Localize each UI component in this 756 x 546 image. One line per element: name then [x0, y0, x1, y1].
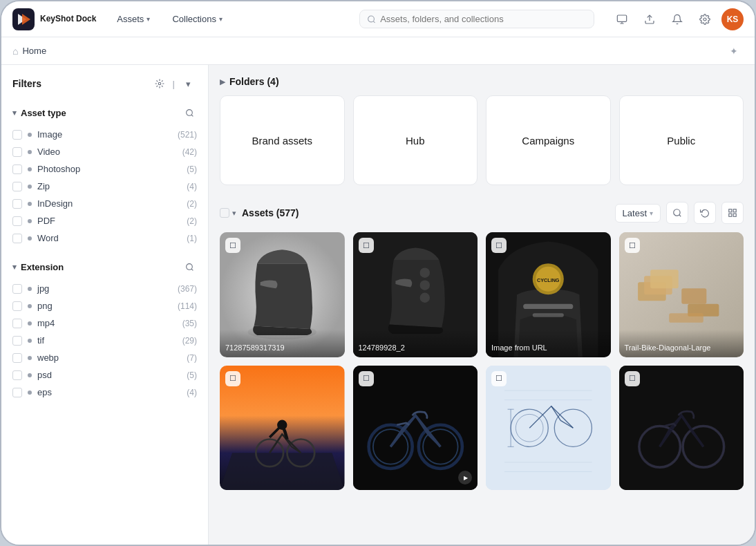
- asset-select-3[interactable]: ☐: [625, 238, 640, 253]
- upload-icon-button[interactable]: [639, 8, 661, 30]
- asset-type-search-button[interactable]: [182, 105, 197, 120]
- asset-card-0[interactable]: ☐ 71287589317319: [220, 232, 345, 357]
- filter-item-photoshop[interactable]: Photoshop (5): [1, 160, 208, 178]
- filter-count-png: (114): [178, 301, 197, 311]
- folders-section-label: Folders (4): [229, 76, 279, 87]
- svg-rect-30: [650, 270, 679, 288]
- svg-rect-14: [733, 214, 736, 216]
- assets-nav-button[interactable]: Assets ▾: [110, 10, 157, 28]
- filter-checkbox-zip[interactable]: [12, 182, 22, 191]
- asset-card-5[interactable]: ☐ ▶: [353, 366, 478, 491]
- extension-section-header[interactable]: ▾ Extension: [1, 254, 208, 280]
- asset-card-1[interactable]: ☐ 124789928_2: [353, 232, 478, 357]
- asset-type-section-header[interactable]: ▾ Asset type: [1, 100, 208, 126]
- svg-point-6: [703, 18, 706, 21]
- svg-point-8: [186, 109, 192, 115]
- upload-icon: [644, 14, 655, 25]
- filter-checkbox-indesign[interactable]: [12, 199, 22, 209]
- filter-item-png[interactable]: png (114): [1, 297, 208, 314]
- filter-item-eps[interactable]: eps (4): [1, 384, 208, 401]
- app-window: KeyShot Dock Assets ▾ Collections ▾: [0, 0, 756, 546]
- gear-icon-button[interactable]: [694, 8, 716, 30]
- assets-section-label: Assets (577): [242, 207, 299, 218]
- filter-dot-psd: [28, 373, 32, 377]
- filter-item-image[interactable]: Image (521): [1, 126, 208, 143]
- home-breadcrumb[interactable]: Home: [22, 46, 46, 56]
- settings-icon: [155, 79, 164, 88]
- filter-checkbox-eps[interactable]: [12, 388, 22, 397]
- bell-icon-button[interactable]: [666, 8, 688, 30]
- folder-card-hub[interactable]: Hub: [353, 95, 478, 185]
- assets-select-all[interactable]: ▾: [220, 208, 236, 218]
- asset-select-6[interactable]: ☐: [491, 371, 507, 386]
- asset-select-0[interactable]: ☐: [225, 238, 240, 253]
- extension-label: Extension: [21, 262, 64, 272]
- filter-checkbox-video[interactable]: [12, 147, 22, 157]
- folder-card-campaigns[interactable]: Campaigns: [486, 95, 611, 185]
- folder-card-public[interactable]: Public: [619, 95, 744, 185]
- monitor-icon-button[interactable]: [611, 8, 633, 30]
- breadcrumb-bar: ⌂ Home ✦: [1, 37, 755, 65]
- filter-count-image: (521): [178, 130, 197, 140]
- asset-card-6[interactable]: ☐: [486, 366, 611, 491]
- extension-collapse-icon: ▾: [12, 263, 17, 272]
- filter-item-jpg[interactable]: jpg (367): [1, 280, 208, 297]
- filter-item-psd[interactable]: psd (5): [1, 366, 208, 384]
- select-all-checkbox[interactable]: [220, 208, 229, 218]
- filter-checkbox-png[interactable]: [12, 301, 22, 311]
- asset-select-5[interactable]: ☐: [359, 371, 374, 386]
- filter-item-video[interactable]: Video (42): [1, 143, 208, 160]
- extension-search-button[interactable]: [182, 259, 197, 274]
- asset-search-button[interactable]: [666, 202, 688, 224]
- filter-item-tif[interactable]: tif (29): [1, 332, 208, 349]
- filter-item-indesign[interactable]: InDesign (2): [1, 195, 208, 212]
- select-all-chevron[interactable]: ▾: [232, 209, 236, 218]
- filter-label-photoshop: Photoshop: [37, 164, 182, 174]
- sort-label: Latest: [623, 208, 647, 218]
- search-input[interactable]: [380, 14, 587, 24]
- filter-checkbox-word[interactable]: [12, 234, 22, 243]
- filter-count-photoshop: (5): [187, 164, 197, 174]
- sort-button[interactable]: Latest ▾: [615, 204, 661, 223]
- filter-dropdown-button[interactable]: ▾: [179, 75, 197, 93]
- svg-rect-4: [617, 15, 626, 21]
- asset-name-3: Trail-Bike-Diagonal-Large: [619, 330, 744, 357]
- asset-card-4[interactable]: ☐: [220, 366, 345, 491]
- filter-item-word[interactable]: Word (1): [1, 229, 208, 247]
- filter-checkbox-mp4[interactable]: [12, 319, 22, 328]
- filter-count-pdf: (2): [187, 216, 197, 226]
- svg-rect-26: [533, 313, 564, 317]
- filter-dot-word: [28, 236, 32, 241]
- user-avatar[interactable]: KS: [721, 8, 744, 30]
- asset-card-2[interactable]: CYCLING ☐ Image from URL: [486, 232, 611, 357]
- filter-checkbox-psd[interactable]: [12, 370, 22, 380]
- asset-select-2[interactable]: ☐: [491, 238, 507, 253]
- filter-dot-tif: [28, 339, 32, 343]
- filter-checkbox-photoshop[interactable]: [12, 164, 22, 174]
- filter-settings-button[interactable]: [151, 75, 169, 93]
- filter-dot-video: [28, 150, 32, 154]
- filter-checkbox-pdf[interactable]: [12, 216, 22, 226]
- grid-view-button[interactable]: [721, 202, 744, 224]
- filter-checkbox-tif[interactable]: [12, 336, 22, 346]
- asset-card-3[interactable]: ☐ Trail-Bike-Diagonal-Large: [619, 232, 744, 357]
- svg-point-9: [186, 263, 192, 270]
- main-content: ▶ Folders (4) Brand assets Hub Campaigns…: [209, 65, 755, 545]
- filter-item-zip[interactable]: Zip (4): [1, 178, 208, 195]
- folders-collapse-icon[interactable]: ▶: [220, 77, 225, 86]
- sparkle-button[interactable]: ✦: [724, 41, 744, 61]
- collections-nav-button[interactable]: Collections ▾: [165, 10, 229, 28]
- asset-card-7[interactable]: ☐: [619, 366, 744, 491]
- asset-select-7[interactable]: ☐: [625, 371, 640, 386]
- search-bar[interactable]: [359, 10, 594, 28]
- filter-checkbox-image[interactable]: [12, 130, 22, 140]
- refresh-button[interactable]: [694, 202, 716, 224]
- asset-select-1[interactable]: ☐: [359, 238, 374, 253]
- filter-checkbox-webp[interactable]: [12, 353, 22, 363]
- asset-select-4[interactable]: ☐: [225, 371, 240, 386]
- filter-item-pdf[interactable]: PDF (2): [1, 212, 208, 229]
- filter-checkbox-jpg[interactable]: [12, 284, 22, 294]
- filter-item-mp4[interactable]: mp4 (35): [1, 314, 208, 332]
- folder-card-brand-assets[interactable]: Brand assets: [220, 95, 345, 185]
- filter-item-webp[interactable]: webp (7): [1, 349, 208, 366]
